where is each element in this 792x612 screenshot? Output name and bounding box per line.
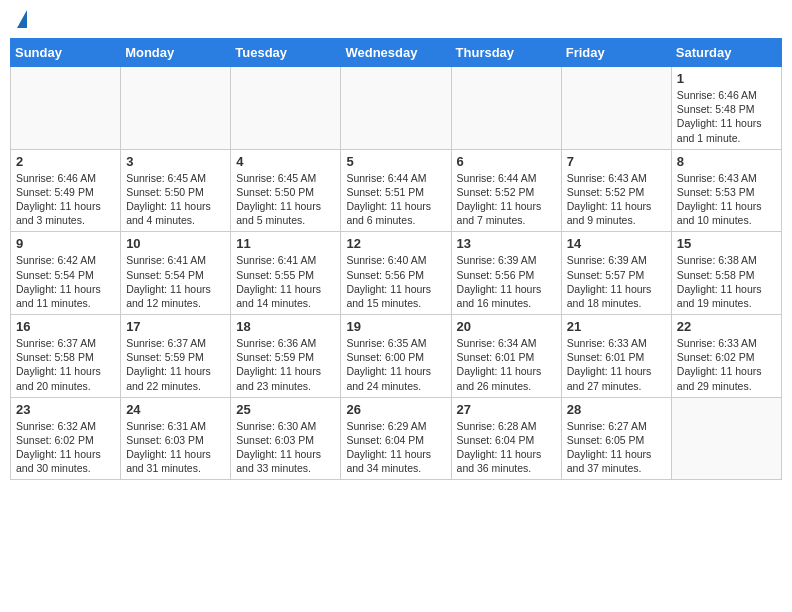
- day-number: 22: [677, 319, 776, 334]
- week-row-4: 16Sunrise: 6:37 AM Sunset: 5:58 PM Dayli…: [11, 315, 782, 398]
- calendar-cell: 15Sunrise: 6:38 AM Sunset: 5:58 PM Dayli…: [671, 232, 781, 315]
- week-row-2: 2Sunrise: 6:46 AM Sunset: 5:49 PM Daylig…: [11, 149, 782, 232]
- day-number: 1: [677, 71, 776, 86]
- calendar-cell: 1Sunrise: 6:46 AM Sunset: 5:48 PM Daylig…: [671, 67, 781, 150]
- calendar-cell: 9Sunrise: 6:42 AM Sunset: 5:54 PM Daylig…: [11, 232, 121, 315]
- day-info: Sunrise: 6:37 AM Sunset: 5:58 PM Dayligh…: [16, 336, 115, 393]
- day-info: Sunrise: 6:31 AM Sunset: 6:03 PM Dayligh…: [126, 419, 225, 476]
- day-number: 21: [567, 319, 666, 334]
- weekday-sunday: Sunday: [11, 39, 121, 67]
- day-info: Sunrise: 6:33 AM Sunset: 6:01 PM Dayligh…: [567, 336, 666, 393]
- calendar-cell: 17Sunrise: 6:37 AM Sunset: 5:59 PM Dayli…: [121, 315, 231, 398]
- day-info: Sunrise: 6:43 AM Sunset: 5:52 PM Dayligh…: [567, 171, 666, 228]
- calendar-cell: [121, 67, 231, 150]
- page-header: [10, 10, 782, 30]
- calendar-cell: 23Sunrise: 6:32 AM Sunset: 6:02 PM Dayli…: [11, 397, 121, 480]
- calendar-cell: 14Sunrise: 6:39 AM Sunset: 5:57 PM Dayli…: [561, 232, 671, 315]
- day-number: 19: [346, 319, 445, 334]
- weekday-tuesday: Tuesday: [231, 39, 341, 67]
- logo: [14, 10, 27, 30]
- calendar-cell: 19Sunrise: 6:35 AM Sunset: 6:00 PM Dayli…: [341, 315, 451, 398]
- calendar-cell: 5Sunrise: 6:44 AM Sunset: 5:51 PM Daylig…: [341, 149, 451, 232]
- calendar-cell: 7Sunrise: 6:43 AM Sunset: 5:52 PM Daylig…: [561, 149, 671, 232]
- weekday-wednesday: Wednesday: [341, 39, 451, 67]
- calendar-cell: 27Sunrise: 6:28 AM Sunset: 6:04 PM Dayli…: [451, 397, 561, 480]
- day-info: Sunrise: 6:38 AM Sunset: 5:58 PM Dayligh…: [677, 253, 776, 310]
- day-info: Sunrise: 6:46 AM Sunset: 5:49 PM Dayligh…: [16, 171, 115, 228]
- day-number: 28: [567, 402, 666, 417]
- week-row-1: 1Sunrise: 6:46 AM Sunset: 5:48 PM Daylig…: [11, 67, 782, 150]
- day-number: 11: [236, 236, 335, 251]
- calendar-cell: [671, 397, 781, 480]
- day-info: Sunrise: 6:39 AM Sunset: 5:57 PM Dayligh…: [567, 253, 666, 310]
- day-number: 16: [16, 319, 115, 334]
- day-info: Sunrise: 6:35 AM Sunset: 6:00 PM Dayligh…: [346, 336, 445, 393]
- calendar-cell: 2Sunrise: 6:46 AM Sunset: 5:49 PM Daylig…: [11, 149, 121, 232]
- day-number: 6: [457, 154, 556, 169]
- calendar-cell: 20Sunrise: 6:34 AM Sunset: 6:01 PM Dayli…: [451, 315, 561, 398]
- day-number: 2: [16, 154, 115, 169]
- day-info: Sunrise: 6:27 AM Sunset: 6:05 PM Dayligh…: [567, 419, 666, 476]
- day-number: 7: [567, 154, 666, 169]
- weekday-saturday: Saturday: [671, 39, 781, 67]
- day-number: 13: [457, 236, 556, 251]
- day-number: 10: [126, 236, 225, 251]
- day-info: Sunrise: 6:36 AM Sunset: 5:59 PM Dayligh…: [236, 336, 335, 393]
- calendar-cell: [11, 67, 121, 150]
- day-info: Sunrise: 6:41 AM Sunset: 5:54 PM Dayligh…: [126, 253, 225, 310]
- day-info: Sunrise: 6:42 AM Sunset: 5:54 PM Dayligh…: [16, 253, 115, 310]
- day-info: Sunrise: 6:37 AM Sunset: 5:59 PM Dayligh…: [126, 336, 225, 393]
- day-info: Sunrise: 6:28 AM Sunset: 6:04 PM Dayligh…: [457, 419, 556, 476]
- day-number: 9: [16, 236, 115, 251]
- day-number: 15: [677, 236, 776, 251]
- day-info: Sunrise: 6:46 AM Sunset: 5:48 PM Dayligh…: [677, 88, 776, 145]
- day-number: 25: [236, 402, 335, 417]
- day-number: 24: [126, 402, 225, 417]
- calendar-table: SundayMondayTuesdayWednesdayThursdayFrid…: [10, 38, 782, 480]
- calendar-cell: 22Sunrise: 6:33 AM Sunset: 6:02 PM Dayli…: [671, 315, 781, 398]
- day-number: 17: [126, 319, 225, 334]
- day-number: 3: [126, 154, 225, 169]
- day-number: 18: [236, 319, 335, 334]
- calendar-cell: [451, 67, 561, 150]
- day-number: 8: [677, 154, 776, 169]
- calendar-cell: 21Sunrise: 6:33 AM Sunset: 6:01 PM Dayli…: [561, 315, 671, 398]
- calendar-cell: 4Sunrise: 6:45 AM Sunset: 5:50 PM Daylig…: [231, 149, 341, 232]
- weekday-thursday: Thursday: [451, 39, 561, 67]
- day-info: Sunrise: 6:34 AM Sunset: 6:01 PM Dayligh…: [457, 336, 556, 393]
- logo-triangle-icon: [17, 10, 27, 28]
- calendar-cell: [231, 67, 341, 150]
- calendar-cell: 26Sunrise: 6:29 AM Sunset: 6:04 PM Dayli…: [341, 397, 451, 480]
- day-info: Sunrise: 6:39 AM Sunset: 5:56 PM Dayligh…: [457, 253, 556, 310]
- calendar-cell: 13Sunrise: 6:39 AM Sunset: 5:56 PM Dayli…: [451, 232, 561, 315]
- weekday-monday: Monday: [121, 39, 231, 67]
- week-row-5: 23Sunrise: 6:32 AM Sunset: 6:02 PM Dayli…: [11, 397, 782, 480]
- calendar-cell: [341, 67, 451, 150]
- day-info: Sunrise: 6:45 AM Sunset: 5:50 PM Dayligh…: [236, 171, 335, 228]
- day-number: 26: [346, 402, 445, 417]
- day-info: Sunrise: 6:41 AM Sunset: 5:55 PM Dayligh…: [236, 253, 335, 310]
- calendar-cell: 16Sunrise: 6:37 AM Sunset: 5:58 PM Dayli…: [11, 315, 121, 398]
- calendar-cell: 25Sunrise: 6:30 AM Sunset: 6:03 PM Dayli…: [231, 397, 341, 480]
- week-row-3: 9Sunrise: 6:42 AM Sunset: 5:54 PM Daylig…: [11, 232, 782, 315]
- day-number: 12: [346, 236, 445, 251]
- day-info: Sunrise: 6:33 AM Sunset: 6:02 PM Dayligh…: [677, 336, 776, 393]
- day-info: Sunrise: 6:44 AM Sunset: 5:52 PM Dayligh…: [457, 171, 556, 228]
- day-number: 27: [457, 402, 556, 417]
- day-info: Sunrise: 6:43 AM Sunset: 5:53 PM Dayligh…: [677, 171, 776, 228]
- calendar-cell: 10Sunrise: 6:41 AM Sunset: 5:54 PM Dayli…: [121, 232, 231, 315]
- calendar-cell: [561, 67, 671, 150]
- day-number: 5: [346, 154, 445, 169]
- day-info: Sunrise: 6:30 AM Sunset: 6:03 PM Dayligh…: [236, 419, 335, 476]
- calendar-cell: 6Sunrise: 6:44 AM Sunset: 5:52 PM Daylig…: [451, 149, 561, 232]
- calendar-cell: 11Sunrise: 6:41 AM Sunset: 5:55 PM Dayli…: [231, 232, 341, 315]
- day-info: Sunrise: 6:45 AM Sunset: 5:50 PM Dayligh…: [126, 171, 225, 228]
- calendar-cell: 28Sunrise: 6:27 AM Sunset: 6:05 PM Dayli…: [561, 397, 671, 480]
- day-number: 4: [236, 154, 335, 169]
- calendar-cell: 12Sunrise: 6:40 AM Sunset: 5:56 PM Dayli…: [341, 232, 451, 315]
- day-info: Sunrise: 6:40 AM Sunset: 5:56 PM Dayligh…: [346, 253, 445, 310]
- day-info: Sunrise: 6:32 AM Sunset: 6:02 PM Dayligh…: [16, 419, 115, 476]
- day-number: 23: [16, 402, 115, 417]
- calendar-cell: 3Sunrise: 6:45 AM Sunset: 5:50 PM Daylig…: [121, 149, 231, 232]
- calendar-cell: 18Sunrise: 6:36 AM Sunset: 5:59 PM Dayli…: [231, 315, 341, 398]
